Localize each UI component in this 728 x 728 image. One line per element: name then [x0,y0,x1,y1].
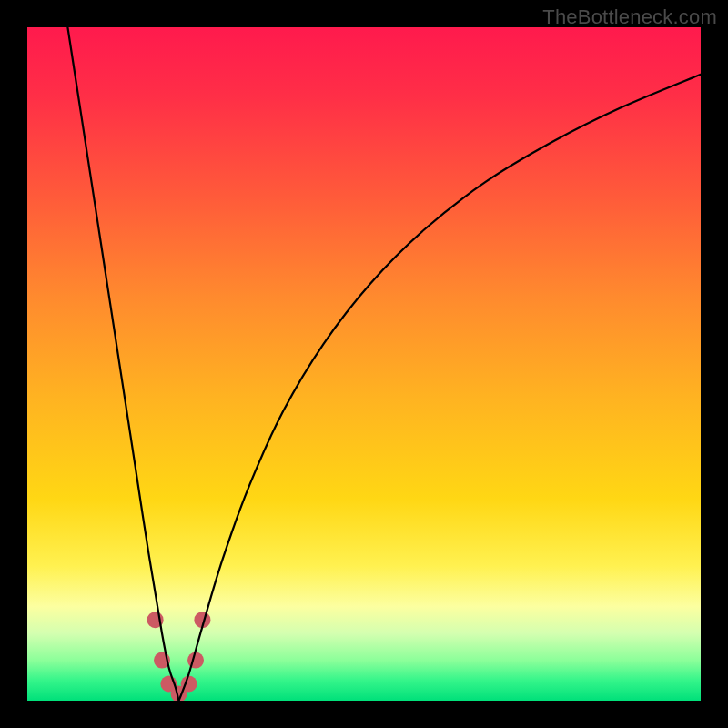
chart-frame: TheBottleneck.com [0,0,728,728]
min-markers [147,612,211,701]
curve-right [179,75,702,701]
plot-area [27,27,701,701]
watermark-text: TheBottleneck.com [542,5,717,29]
curve-left [67,27,178,701]
min-marker-dot [187,652,204,669]
curves-layer [27,27,701,701]
